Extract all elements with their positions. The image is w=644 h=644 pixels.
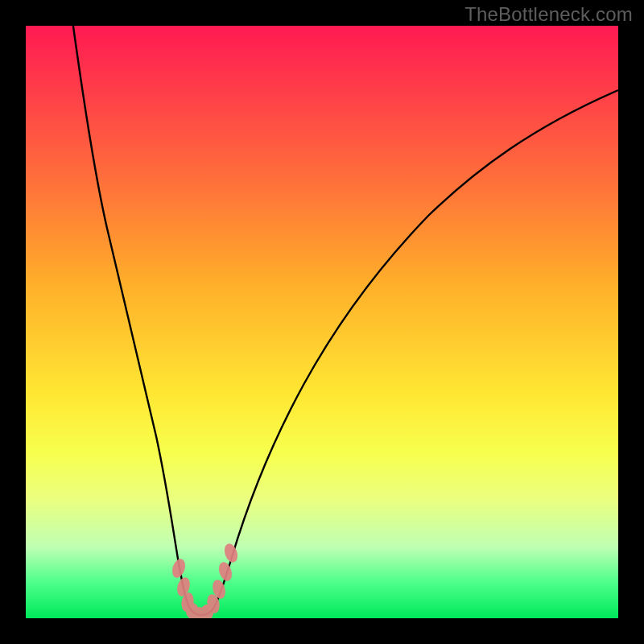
- chart-frame: TheBottleneck.com: [0, 0, 644, 644]
- svg-point-0: [170, 557, 188, 579]
- curve-svg: [26, 26, 618, 618]
- watermark-text: TheBottleneck.com: [464, 3, 633, 26]
- svg-point-9: [222, 542, 240, 564]
- plot-area: [26, 26, 618, 618]
- optimal-range-markers: [170, 542, 240, 618]
- bottleneck-curve-path: [73, 26, 618, 615]
- svg-point-8: [217, 560, 234, 582]
